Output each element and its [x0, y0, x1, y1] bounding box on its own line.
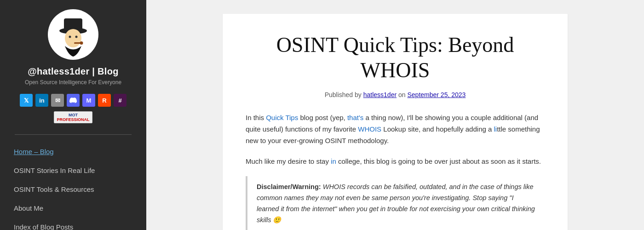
svg-point-3 — [65, 29, 81, 47]
meta-on: on — [397, 91, 407, 98]
sidebar: @hatless1der | Blog Open Source Intellig… — [0, 0, 146, 230]
nav-item-osint-tools[interactable]: OSINT Tools & Resources — [14, 180, 132, 199]
twitter-icon[interactable]: 𝕏 — [20, 94, 33, 107]
svg-point-7 — [80, 41, 83, 45]
blockquote-bold: Disclaimer/Warning: — [257, 183, 321, 190]
blockquote: Disclaimer/Warning: WHOIS records can be… — [246, 176, 545, 230]
thats-link[interactable]: that's — [347, 114, 363, 121]
mot-badge[interactable]: MOT PROFESSIONAL — [54, 111, 92, 123]
article-card: OSINT Quick Tips: Beyond WHOIS Published… — [223, 14, 568, 230]
blockquote-text: Disclaimer/Warning: WHOIS records can be… — [257, 182, 535, 226]
social-icons-group: 𝕏 in ✉ M R # — [15, 94, 131, 107]
nav-item-home[interactable]: Home – Blog — [14, 142, 132, 161]
article-title: OSINT Quick Tips: Beyond WHOIS — [246, 32, 545, 83]
mot-text: MOT — [69, 113, 78, 117]
little-link[interactable]: li — [494, 125, 497, 133]
article-para-1: In this Quick Tips blog post (yep, that'… — [246, 112, 545, 146]
reddit-icon[interactable]: R — [98, 94, 111, 107]
meta-prefix: Published by — [325, 91, 363, 98]
in-link[interactable]: in — [331, 157, 336, 165]
site-logo — [48, 9, 98, 60]
main-content: OSINT Quick Tips: Beyond WHOIS Published… — [146, 0, 644, 230]
meta-author[interactable]: hatless1der — [363, 91, 397, 98]
meta-date[interactable]: September 25, 2023 — [407, 91, 466, 98]
article-meta: Published by hatless1der on September 25… — [246, 91, 545, 98]
whois-link[interactable]: WHOIS — [358, 125, 381, 133]
sidebar-nav: Home – Blog OSINT Stories In Real Life O… — [0, 142, 146, 230]
site-title: @hatless1der | Blog — [28, 66, 119, 77]
sidebar-divider — [15, 134, 132, 135]
nav-item-index[interactable]: Index of Blog Posts — [14, 218, 132, 230]
slack-icon[interactable]: # — [114, 94, 126, 107]
site-subtitle: Open Source Intelligence For Everyone — [20, 79, 126, 86]
article-para-2: Much like my desire to stay in college, … — [246, 156, 545, 167]
svg-point-4 — [69, 36, 71, 38]
nav-item-osint-stories[interactable]: OSINT Stories In Real Life — [14, 161, 132, 180]
mastodon-icon[interactable]: M — [82, 94, 95, 107]
discord-icon[interactable] — [67, 94, 80, 107]
nav-item-about[interactable]: About Me — [14, 199, 132, 218]
linkedin-icon[interactable]: in — [35, 94, 48, 107]
quick-tips-link[interactable]: Quick Tips — [266, 114, 298, 121]
email-icon[interactable]: ✉ — [51, 94, 64, 107]
mot-subtext: PROFESSIONAL — [57, 117, 89, 122]
svg-point-5 — [75, 36, 78, 38]
